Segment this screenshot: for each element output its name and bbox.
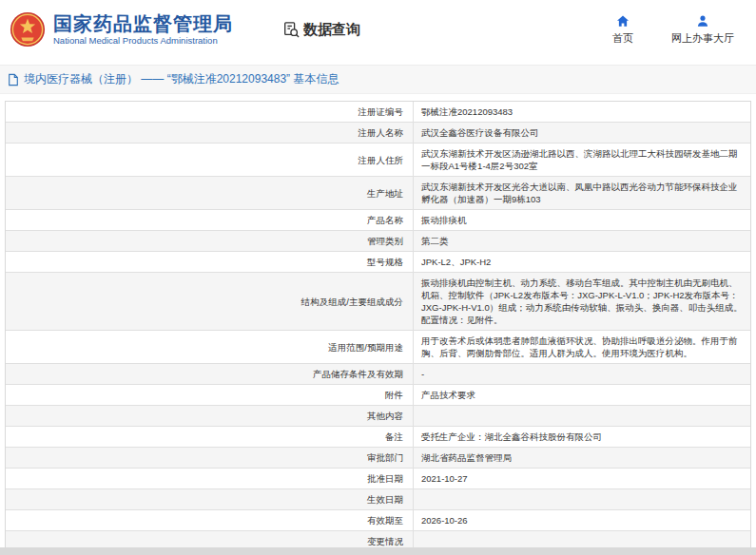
table-row: 生产地址 武汉东湖新技术开发区光谷大道以南、凤凰中路以西光谷动力节能环保科技企业… (6, 177, 750, 210)
row-value: 湖北省药品监督管理局 (413, 448, 750, 468)
nav-home-label: 首页 (612, 31, 633, 46)
row-label: 备注 (385, 431, 403, 443)
row-label-cell: 附件 (6, 385, 413, 405)
row-label: 附件 (385, 389, 403, 401)
row-label-cell: 生产地址 (6, 177, 413, 209)
row-value: 鄂械注准20212093483 (413, 102, 750, 122)
table-row: 注册证编号 鄂械注准20212093483 (6, 102, 750, 123)
row-label-cell: 适用范围/预期用途 (6, 331, 413, 363)
org-title: 国家药品监督管理局 National Medical Products Admi… (53, 12, 233, 47)
national-emblem-logo[interactable] (10, 11, 46, 48)
row-value: 2026-10-26 (413, 510, 750, 530)
row-value: - (413, 364, 750, 384)
info-table: 注册证编号 鄂械注准20212093483 注册人名称 武汉全鑫谷医疗设备有限公… (5, 101, 751, 555)
row-value: JPK-L2、JPK-H2 (413, 252, 750, 272)
row-value: 受托生产企业：湖北全鑫谷科技股份有限公司 (413, 427, 750, 447)
data-query-icon (282, 21, 300, 38)
table-row: 有效期至 2026-10-26 (6, 510, 750, 531)
nav-service-hall-label: 网上办事大厅 (671, 31, 734, 46)
row-value: 武汉东湖新技术开发区汤逊湖北路以西、滨湖路以北理工大科技园研发基地二期一标段A1… (413, 144, 750, 176)
row-label-cell: 审批部门 (6, 448, 413, 468)
table-row: 附件 产品技术要求 (6, 385, 750, 406)
row-label: 型号规格 (367, 256, 403, 268)
row-value: 产品技术要求 (413, 385, 750, 405)
row-label: 生产地址 (367, 187, 403, 200)
row-label-cell: 结构及组成/主要组成成分 (6, 273, 413, 330)
data-query-tab[interactable]: 数据查询 (282, 21, 360, 39)
row-label-cell: 备注 (6, 427, 413, 447)
table-row: 备注 受托生产企业：湖北全鑫谷科技股份有限公司 (6, 427, 750, 448)
row-value: 振动排痰机由控制主机、动力系统、移动台车组成。其中控制主机由无刷电机、机箱、控制… (413, 273, 750, 330)
row-label-cell: 批准日期 (6, 469, 413, 488)
table-row: 注册人住所 武汉东湖新技术开发区汤逊湖北路以西、滨湖路以北理工大科技园研发基地二… (6, 144, 750, 177)
row-label: 审批部门 (367, 451, 403, 464)
row-label-cell: 有效期至 (6, 510, 413, 530)
row-label: 批准日期 (367, 472, 403, 485)
row-value: 用于改善术后或体弱患者肺部血液循环状况、协助排出呼吸道分泌物。作用于前胸、后背、… (413, 331, 750, 363)
document-icon (8, 73, 19, 86)
table-row: 其他内容 (6, 406, 750, 427)
row-value (413, 489, 750, 509)
row-label: 其他内容 (367, 410, 403, 422)
table-row: 适用范围/预期用途 用于改善术后或体弱患者肺部血液循环状况、协助排出呼吸道分泌物… (6, 331, 750, 364)
footer-strip (0, 547, 756, 555)
top-nav: 首页 网上办事大厅 (583, 14, 743, 46)
table-row: 型号规格 JPK-L2、JPK-H2 (6, 252, 750, 273)
row-label-cell: 型号规格 (6, 252, 413, 272)
row-label: 有效期至 (367, 514, 403, 526)
row-label-cell: 产品储存条件及有效期 (6, 364, 413, 384)
row-label-cell: 注册人住所 (6, 144, 413, 176)
row-label: 注册人住所 (359, 154, 404, 166)
row-label-cell: 产品名称 (6, 210, 413, 230)
header: 国家药品监督管理局 National Medical Products Admi… (0, 0, 756, 59)
row-value: 武汉东湖新技术开发区光谷大道以南、凤凰中路以西光谷动力节能环保科技企业孵化器（加… (413, 177, 750, 209)
table-row: 审批部门 湖北省药品监督管理局 (6, 448, 750, 469)
table-row: 生效日期 (6, 489, 750, 510)
table-row: 批准日期 2021-10-27 (6, 469, 750, 489)
home-icon (615, 14, 630, 29)
row-label-cell: 注册人名称 (6, 123, 413, 143)
row-label: 生效日期 (367, 493, 403, 506)
org-name-en: National Medical Products Administration (53, 35, 233, 47)
row-label-cell: 注册证编号 (6, 102, 413, 122)
row-value: 第二类 (413, 231, 750, 251)
nav-item-service-hall[interactable]: 网上办事大厅 (663, 14, 743, 46)
nav-item-home[interactable]: 首页 (583, 14, 663, 46)
row-value: 振动排痰机 (413, 210, 750, 230)
row-label: 结构及组成/主要组成成分 (301, 296, 403, 308)
row-label: 注册人名称 (359, 126, 404, 139)
data-query-label: 数据查询 (303, 21, 360, 39)
org-name-cn: 国家药品监督管理局 (53, 12, 233, 35)
row-value: 武汉全鑫谷医疗设备有限公司 (413, 123, 750, 143)
row-label: 产品储存条件及有效期 (313, 368, 403, 380)
row-value (413, 406, 750, 426)
breadcrumb-text: 境内医疗器械（注册） —— “鄂械注准20212093483” 基本信息 (24, 71, 339, 87)
row-value: 2021-10-27 (413, 469, 750, 488)
row-label: 产品名称 (367, 214, 403, 226)
breadcrumb: 境内医疗器械（注册） —— “鄂械注准20212093483” 基本信息 (0, 65, 756, 94)
row-label: 管理类别 (367, 235, 403, 247)
table-row: 产品名称 振动排痰机 (6, 210, 750, 231)
table-row: 产品储存条件及有效期 - (6, 364, 750, 385)
row-label: 变更情况 (367, 535, 403, 547)
row-label: 注册证编号 (359, 105, 404, 118)
row-label-cell: 管理类别 (6, 231, 413, 251)
page: 国家药品监督管理局 National Medical Products Admi… (0, 0, 756, 555)
table-row: 结构及组成/主要组成成分 振动排痰机由控制主机、动力系统、移动台车组成。其中控制… (6, 273, 750, 331)
row-label-cell: 其他内容 (6, 406, 413, 426)
table-row: 注册人名称 武汉全鑫谷医疗设备有限公司 (6, 123, 750, 144)
row-label-cell: 生效日期 (6, 489, 413, 509)
user-icon (695, 14, 710, 29)
table-row: 管理类别 第二类 (6, 231, 750, 252)
row-label: 适用范围/预期用途 (328, 341, 403, 354)
